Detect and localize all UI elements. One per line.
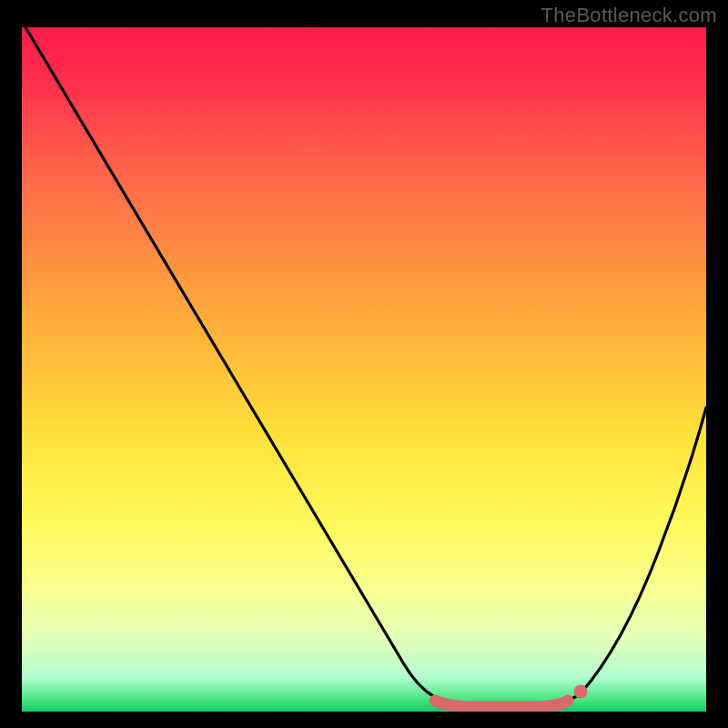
- plot-area: [22, 27, 706, 712]
- chart-container: TheBottleneck.com: [0, 0, 728, 728]
- selected-point-marker: [574, 685, 588, 699]
- optimal-range-highlight: [435, 701, 568, 707]
- curve-svg: [22, 27, 706, 712]
- attribution-text: TheBottleneck.com: [541, 4, 717, 27]
- bottleneck-curve: [25, 27, 706, 704]
